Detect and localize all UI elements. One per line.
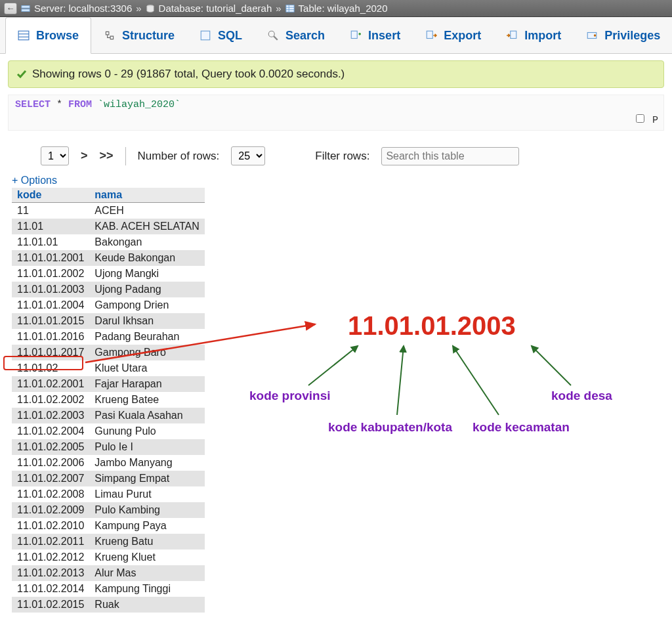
table-row[interactable]: 11.01.02.2015Ruak — [12, 597, 205, 613]
tab-sql[interactable]: SQL — [187, 17, 255, 53]
cell-nama: ACEH — [89, 203, 204, 219]
success-text: Showing rows 0 - 29 (91867 total, Query … — [32, 68, 345, 81]
privileges-icon — [586, 30, 598, 41]
check-icon — [16, 69, 27, 79]
page-select[interactable]: 1 — [41, 146, 69, 165]
table-row[interactable]: 11.01KAB. ACEH SELATAN — [12, 219, 205, 234]
table-row[interactable]: 11.01.02.2001Fajar Harapan — [12, 376, 205, 392]
cell-nama: Pulo Kambing — [89, 502, 204, 518]
tab-privileges[interactable]: Privileges — [574, 17, 672, 53]
svg-line-19 — [308, 346, 358, 385]
filter-input[interactable] — [381, 147, 519, 165]
export-icon — [425, 30, 437, 41]
cell-nama: Ujong Padang — [89, 282, 204, 297]
breadcrumb-sep: » — [136, 3, 141, 14]
table-row[interactable]: 11.01.01.2016Padang Beurahan — [12, 329, 205, 345]
table-row[interactable]: 11.01.01.2001Keude Bakongan — [12, 250, 205, 266]
filter-label: Filter rows: — [315, 150, 369, 163]
table-row[interactable]: 11.01.02.2004Gunung Pulo — [12, 423, 205, 439]
svg-line-12 — [274, 36, 278, 40]
cell-kode: 11.01.02.2008 — [12, 486, 89, 502]
table-row[interactable]: 11.01.02.2009Pulo Kambing — [12, 502, 205, 518]
tab-label: Import — [524, 29, 561, 43]
breadcrumb-bar: ← Server: localhost:3306 » Database: tut… — [0, 0, 672, 17]
result-table: kode nama 11ACEH11.01KAB. ACEH SELATAN11… — [12, 188, 205, 613]
table-row[interactable]: 11.01.02.2003Pasi Kuala Asahan — [12, 408, 205, 423]
svg-rect-15 — [511, 31, 516, 38]
table-row[interactable]: 11.01.02.2002Krueng Batee — [12, 392, 205, 408]
cell-kode: 11.01.02.2015 — [12, 597, 89, 613]
numrows-select[interactable]: 25 — [231, 146, 265, 165]
breadcrumb-table[interactable]: Table: wilayah_2020 — [299, 3, 388, 14]
last-page-button[interactable]: >> — [100, 149, 114, 163]
tab-structure[interactable]: Structure — [91, 17, 187, 53]
profiling-label: P — [652, 115, 658, 126]
tab-search[interactable]: Search — [255, 17, 337, 53]
table-row[interactable]: 11.01.01.2004Gampong Drien — [12, 297, 205, 313]
table-row[interactable]: 11.01.01.2015Darul Ikhsan — [12, 313, 205, 329]
next-page-button[interactable]: > — [81, 149, 88, 163]
breadcrumb-database[interactable]: Database: tutorial_daerah — [159, 3, 272, 14]
col-header-nama[interactable]: nama — [89, 188, 204, 203]
table-row[interactable]: 11.01.02.2010Kampung Paya — [12, 518, 205, 534]
table-row[interactable]: 11.01.01.2002Ujong Mangki — [12, 266, 205, 282]
tab-bar: Browse Structure SQL Search Insert Expor… — [0, 17, 672, 54]
tab-browse[interactable]: Browse — [5, 17, 91, 54]
cell-kode: 11.01.01.2004 — [12, 297, 89, 313]
table-row[interactable]: 11.01.02.2005Pulo Ie I — [12, 439, 205, 455]
svg-rect-10 — [201, 31, 210, 40]
success-message: Showing rows 0 - 29 (91867 total, Query … — [8, 60, 664, 88]
table-row[interactable]: 11ACEH — [12, 203, 205, 219]
options-toggle[interactable]: + Options — [12, 175, 664, 186]
cell-kode: 11.01.01.2017 — [12, 345, 89, 360]
cell-nama: KAB. ACEH SELATAN — [89, 219, 204, 234]
cell-nama: Jambo Manyang — [89, 455, 204, 471]
back-button[interactable]: ← — [4, 3, 17, 14]
annotation-overlay: 11.01.01.2003 kode provinsi kode kabupat… — [217, 310, 663, 454]
table-row[interactable]: 11.01.01.2017Gampong Baro — [12, 345, 205, 360]
sql-keyword: SELECT — [15, 99, 51, 110]
cell-nama: Krueng Kluet — [89, 550, 204, 565]
sql-query-box: SELECT * FROM `wilayah_2020` P — [8, 95, 664, 131]
table-row[interactable]: 11.01.02.2006Jambo Manyang — [12, 455, 205, 471]
cell-kode: 11.01.02.2002 — [12, 392, 89, 408]
tab-label: Privileges — [604, 29, 660, 43]
table-row[interactable]: 11.01.02.2013Alur Mas — [12, 565, 205, 581]
cell-kode: 11.01.01.2003 — [12, 282, 89, 297]
table-row[interactable]: 11.01.01Bakongan — [12, 234, 205, 250]
cell-kode: 11.01 — [12, 219, 89, 234]
database-icon — [146, 4, 155, 13]
cell-nama: Krueng Batu — [89, 534, 204, 550]
import-icon — [506, 30, 518, 41]
breadcrumb-server[interactable]: Server: localhost:3306 — [34, 3, 132, 14]
cell-nama: Krueng Batee — [89, 392, 204, 408]
table-row[interactable]: 11.01.02Kluet Utara — [12, 360, 205, 376]
profiling-checkbox[interactable] — [636, 114, 644, 123]
cell-kode: 11.01.02.2007 — [12, 471, 89, 486]
server-icon — [21, 4, 30, 13]
svg-rect-14 — [427, 31, 432, 38]
search-icon — [267, 30, 279, 41]
table-row[interactable]: 11.01.02.2014Kampung Tinggi — [12, 581, 205, 597]
table-row[interactable]: 11.01.01.2003Ujong Padang — [12, 282, 205, 297]
table-row[interactable]: 11.01.02.2012Krueng Kluet — [12, 550, 205, 565]
col-header-kode[interactable]: kode — [12, 188, 89, 203]
cell-nama: Limau Purut — [89, 486, 204, 502]
cell-nama: Pulo Ie I — [89, 439, 204, 455]
tab-import[interactable]: Import — [494, 17, 574, 53]
table-icon — [285, 4, 295, 13]
cell-nama: Padang Beurahan — [89, 329, 204, 345]
tab-label: Search — [285, 29, 325, 43]
tab-export[interactable]: Export — [413, 17, 494, 53]
cell-nama: Kluet Utara — [89, 360, 204, 376]
cell-kode: 11.01.02 — [12, 360, 89, 376]
table-row[interactable]: 11.01.02.2011Krueng Batu — [12, 534, 205, 550]
table-row[interactable]: 11.01.02.2008Limau Purut — [12, 486, 205, 502]
svg-point-17 — [594, 34, 596, 36]
pager-bar: 1 > >> Number of rows: 25 Filter rows: — [41, 146, 664, 165]
cell-kode: 11.01.02.2005 — [12, 439, 89, 455]
cell-kode: 11.01.01.2002 — [12, 266, 89, 282]
tab-insert[interactable]: Insert — [337, 17, 413, 53]
table-row[interactable]: 11.01.02.2007Simpang Empat — [12, 471, 205, 486]
cell-nama: Gampong Baro — [89, 345, 204, 360]
